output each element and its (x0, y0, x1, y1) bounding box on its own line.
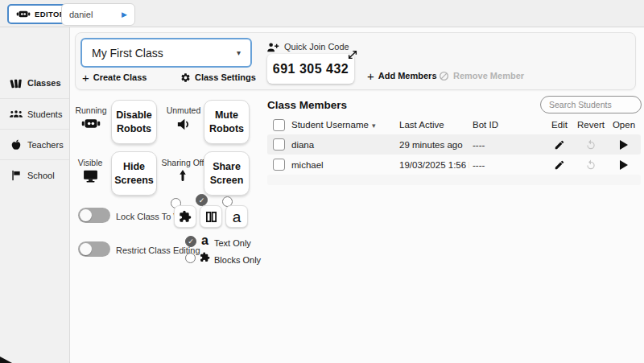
column-bot-id: Bot ID (469, 120, 544, 130)
user-tab-daniel[interactable]: daniel ▶ (61, 3, 135, 26)
cell-last-active: 19/03/2025 1:56 PM (396, 160, 469, 170)
select-all-checkbox[interactable] (273, 119, 285, 131)
open-button[interactable] (620, 160, 628, 170)
plus-icon: + (82, 72, 89, 84)
person-add-icon (266, 41, 279, 52)
blocks-only-label: Blocks Only (214, 255, 261, 265)
toggle-knob (80, 209, 92, 221)
toggle-knob (80, 243, 92, 255)
remove-member-label: Remove Member (453, 71, 524, 80)
books-icon (9, 77, 23, 89)
cell-username: diana (288, 140, 396, 150)
table-header-row: Student Username▾ Last Active Bot ID Edi… (267, 115, 641, 134)
column-open: Open (607, 120, 641, 130)
table-row: michael 19/03/2025 1:56 PM ---- (267, 155, 641, 175)
share-screen-button[interactable]: Share Screen (204, 151, 250, 196)
sidebar-label-classes: Classes (27, 78, 61, 88)
class-select[interactable]: My First Class ▾ (80, 38, 252, 68)
expand-icon[interactable] (348, 50, 357, 60)
split-view-button[interactable] (200, 205, 222, 228)
students-icon (9, 109, 23, 118)
blocks-only-radio[interactable] (185, 253, 196, 263)
sidebar-item-teachers[interactable]: Teachers (0, 129, 69, 159)
cell-bot-id: ---- (469, 160, 544, 170)
restrict-editing-toggle[interactable] (78, 241, 110, 257)
column-revert: Revert (575, 120, 607, 130)
class-members-table: Student Username▾ Last Active Bot ID Edi… (267, 115, 641, 185)
audio-status: Unmuted (164, 105, 203, 131)
edit-button[interactable] (554, 139, 565, 151)
sidebar: Classes Students Teachers (0, 27, 70, 363)
monitor-icon (83, 170, 98, 183)
screens-status-label: Visible (78, 158, 103, 167)
quick-join-code-header: Quick Join Code (266, 41, 349, 52)
text-a-icon: a (233, 209, 242, 225)
disable-robots-button[interactable]: Disable Robots (111, 100, 157, 144)
robots-status: Running (72, 105, 109, 130)
speaker-icon (176, 118, 192, 131)
hide-screens-button[interactable]: Hide Screens (111, 151, 157, 196)
revert-button[interactable] (585, 139, 597, 151)
revert-button[interactable] (585, 159, 597, 171)
sidebar-label-school: School (27, 171, 55, 180)
sort-caret-icon: ▾ (372, 122, 376, 130)
sidebar-item-school[interactable]: School (0, 159, 69, 190)
class-settings-label: Class Settings (195, 72, 256, 82)
block-icon (439, 71, 449, 81)
sharing-status-label: Sharing Off (162, 158, 204, 167)
lock-class-toggle[interactable] (78, 208, 110, 223)
robots-status-label: Running (75, 105, 106, 115)
search-students-input[interactable] (540, 96, 642, 113)
class-members-title: Class Members (267, 99, 347, 111)
class-settings-button[interactable]: Class Settings (180, 68, 256, 87)
sharing-status: Sharing Off (160, 158, 205, 183)
text-view-button[interactable]: a (225, 205, 248, 228)
mute-robots-button[interactable]: Mute Robots (204, 100, 250, 144)
quick-join-code-value: 691 305 432 (267, 54, 354, 84)
create-class-button[interactable]: + Create Class (82, 68, 147, 87)
column-last-active: Last Active (396, 120, 469, 130)
robot-icon (16, 9, 31, 19)
row-checkbox[interactable] (273, 159, 285, 171)
blocks-view-button[interactable] (174, 205, 196, 228)
sidebar-item-students[interactable]: Students (0, 98, 69, 129)
puzzle-icon (200, 252, 210, 262)
add-members-label: Add Members (378, 71, 437, 80)
puzzle-icon (179, 210, 192, 223)
plus-icon: + (367, 70, 374, 82)
text-only-radio[interactable]: ✓ (185, 236, 196, 247)
share-arrow-icon (179, 170, 187, 183)
top-bar: EDITOR daniel ▶ (0, 0, 644, 27)
chevron-down-icon: ▾ (237, 48, 241, 57)
audio-status-label: Unmuted (167, 105, 201, 115)
run-icon[interactable]: ▶ (122, 10, 127, 19)
cell-username: michael (288, 160, 396, 170)
gear-icon (180, 72, 191, 83)
robot-icon (80, 118, 101, 130)
corner-cutoff-shape (0, 357, 12, 363)
create-class-label: Create Class (93, 72, 147, 82)
play-icon (620, 140, 628, 150)
class-select-value: My First Class (92, 47, 163, 60)
remove-member-button[interactable]: Remove Member (439, 66, 524, 85)
play-icon (620, 160, 628, 170)
cell-bot-id: ---- (469, 140, 544, 150)
add-members-button[interactable]: + Add Members (367, 66, 437, 85)
open-button[interactable] (620, 140, 628, 150)
view-mode-radio-split[interactable]: ✓ (196, 194, 208, 206)
sidebar-label-students: Students (27, 109, 62, 119)
user-tab-label: daniel (69, 10, 93, 19)
columns-icon (205, 211, 217, 223)
column-edit: Edit (544, 120, 575, 130)
column-label: Student Username (291, 120, 369, 130)
sidebar-item-classes[interactable]: Classes (0, 68, 69, 98)
row-checkbox[interactable] (273, 138, 285, 151)
edit-button[interactable] (554, 159, 565, 171)
sidebar-label-teachers: Teachers (27, 140, 64, 150)
column-student-username[interactable]: Student Username▾ (288, 120, 396, 130)
flag-icon (9, 170, 23, 181)
empty-table-stripe (267, 175, 641, 185)
text-a-icon: a (201, 234, 208, 247)
cell-last-active: 29 minutes ago (396, 140, 469, 150)
apple-icon (9, 138, 23, 151)
